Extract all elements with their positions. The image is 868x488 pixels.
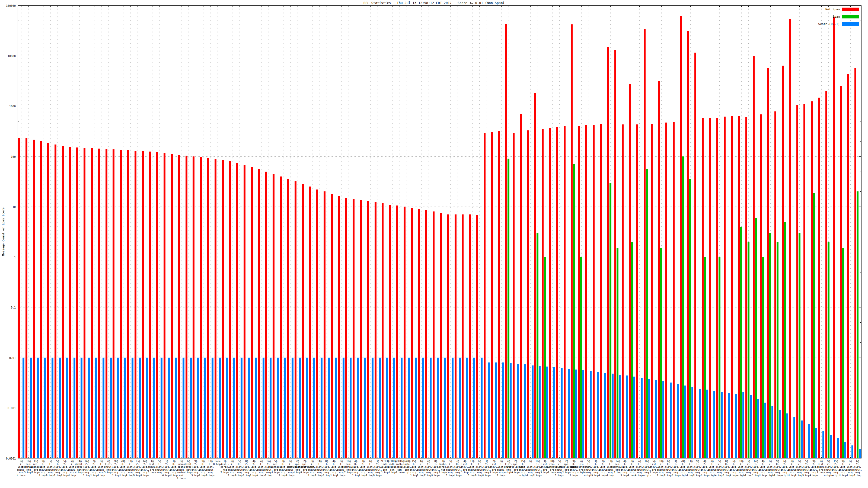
x-axis-tick-label: 1. <box>49 463 52 465</box>
x-axis-tick-label: com <box>404 468 409 471</box>
x-axis-tick-label: org <box>34 468 38 471</box>
x-axis-tick-label: org <box>426 471 431 474</box>
x-axis-tick-label: 1 hop <box>396 471 403 474</box>
bar-score <box>750 395 752 458</box>
x-axis-tick-label: list. <box>752 465 760 468</box>
x-axis-tick-label: 5@ <box>274 460 277 462</box>
x-axis-tick-label: 2 hops <box>569 474 579 477</box>
x-axis-tick-label: 7 hops <box>31 471 40 474</box>
bar-spam <box>689 178 691 458</box>
x-axis-tick-label: 10@ <box>208 460 213 462</box>
bar-score <box>175 358 177 458</box>
x-axis-tick-label: dnswl. <box>264 468 273 471</box>
plot-frame <box>18 6 862 458</box>
bar-not-spam <box>258 169 260 458</box>
bar-spam <box>536 233 538 458</box>
bar-spam <box>799 233 801 458</box>
x-axis-tick-label: Y. <box>20 463 23 465</box>
x-axis-tick-label: list. <box>308 465 316 468</box>
x-axis-tick-label: list. <box>694 465 701 468</box>
bar-not-spam <box>556 127 558 458</box>
x-axis-tick-label: dnswl. <box>490 465 499 468</box>
bar-not-spam <box>796 105 798 458</box>
x-axis-tick-label: 1 hop <box>265 474 272 477</box>
y-axis-tick-label: 100 <box>11 155 16 158</box>
x-axis-tick-label: 3@ <box>442 460 444 462</box>
bar-spam <box>755 218 757 458</box>
x-axis-tick-label: 10@ <box>26 460 31 462</box>
x-axis-tick-label: list. <box>54 465 61 468</box>
x-axis-tick-label: org <box>485 471 489 474</box>
bar-score <box>801 421 803 458</box>
x-axis-tick-label: org <box>805 471 809 474</box>
x-axis-tick-label: dnswl. <box>642 468 651 471</box>
x-axis-tick-label: 3@ <box>311 460 314 462</box>
x-axis-tick-label: Y. <box>449 463 452 465</box>
x-axis-tick-label: 2. <box>798 463 801 465</box>
x-axis-tick-label: 5@ <box>449 460 452 462</box>
x-axis-tick-label: list. <box>98 465 105 468</box>
x-axis-tick-label: 1 hop <box>461 471 468 474</box>
bar-not-spam <box>76 148 78 458</box>
x-axis-tick-label: sorbs. <box>439 465 447 468</box>
x-axis-tick-label: org <box>645 471 649 474</box>
x-axis-tick-label: dnswl. <box>650 465 659 468</box>
x-axis-tick-label: list. <box>39 465 46 468</box>
x-axis-tick-label: org <box>63 471 67 474</box>
bar-not-spam <box>614 50 616 458</box>
bar-not-spam <box>134 151 136 458</box>
x-axis-tick-label: 9@ <box>696 460 699 462</box>
bar-score <box>510 363 512 458</box>
x-axis-tick-label: 6@ <box>667 460 670 462</box>
x-axis-tick-label: dnsbl. <box>177 468 186 471</box>
x-axis-tick-label: list. <box>497 465 505 468</box>
x-axis-tick-label: 6 hops <box>61 474 69 477</box>
x-axis-tick-label: 20@ <box>681 460 685 462</box>
y-axis-tick-label: 0.1 <box>11 306 16 309</box>
x-axis-tick-label: 3 hops <box>286 474 295 477</box>
x-axis-tick-label: zen. <box>615 463 621 465</box>
x-axis-tick-label: 1 hop <box>846 474 854 477</box>
legend-label: Spam <box>833 15 840 19</box>
x-axis-tick-label: list. <box>207 465 214 468</box>
x-axis-tick-label: 4@ <box>252 460 255 462</box>
x-axis-tick-label: dnswl. <box>533 468 542 471</box>
x-axis-tick-label: org <box>164 471 169 474</box>
x-axis-tick-label: list. <box>723 465 730 468</box>
x-axis-tick-label: list. <box>709 465 716 468</box>
x-axis-tick-label: list. <box>686 465 694 468</box>
x-axis-tick-label: 2. <box>93 463 95 465</box>
bar-score <box>844 442 846 458</box>
bar-not-spam <box>367 201 369 458</box>
bar-score <box>539 366 540 458</box>
x-axis-tick-label: Y. <box>311 463 314 465</box>
x-axis-tick-label: Y. <box>71 463 74 465</box>
x-axis-tick-label: list. <box>105 463 112 465</box>
x-axis-tick-label: 6@ <box>849 460 852 462</box>
x-axis-tick-label: 5@ <box>56 460 59 462</box>
x-axis-tick-label: 1. <box>609 463 612 465</box>
x-axis-tick-label: 4 hops <box>257 474 266 477</box>
x-axis-tick-label: Y. <box>427 463 430 465</box>
x-axis-tick-label: org <box>528 471 532 474</box>
x-axis-tick-label: dnswl. <box>497 468 506 471</box>
bar-score <box>204 358 206 458</box>
bar-not-spam <box>171 154 173 458</box>
chart-title: RBL Statistics - Thu Jul 13 12:58:12 EDT… <box>0 1 868 5</box>
bar-score <box>386 358 388 458</box>
x-axis-tick-label: list. <box>636 465 643 468</box>
x-axis-tick-label: 1 hop <box>83 474 90 477</box>
x-axis-tick-label: org <box>19 471 23 474</box>
x-axis-tick-label: 2 hops <box>693 474 702 477</box>
bar-score <box>452 358 454 458</box>
bar-spam <box>573 164 575 458</box>
x-axis-tick-label: 12@ <box>267 460 271 462</box>
bar-not-spam <box>600 124 602 458</box>
x-axis-tick-label: 3. <box>325 463 328 465</box>
x-axis-tick-label: org <box>368 471 372 474</box>
x-axis-tick-label: Y. <box>230 463 234 465</box>
bar-not-spam <box>302 184 304 458</box>
x-axis-tick-label: list. <box>803 465 810 468</box>
bar-score <box>532 365 533 458</box>
x-axis-tick-label: 1 hop <box>243 474 250 477</box>
